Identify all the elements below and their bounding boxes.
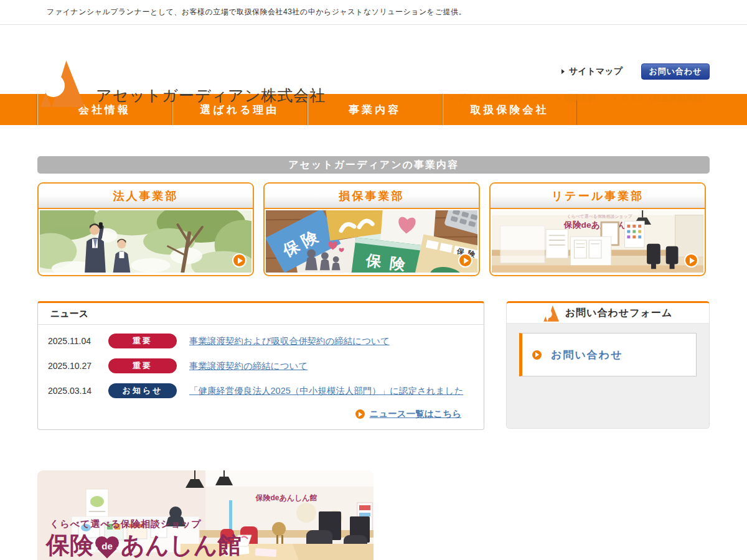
content-row: ニュース 2025.11.04 重要 事業譲渡契約および吸収合併契約の締結につい… (37, 301, 710, 430)
news-date: 2025.03.14 (48, 386, 108, 396)
arrow-circle-icon (355, 409, 365, 419)
retail-dept-photo: くらべて選べる保険相談ショップ 保険deあんしん館 (492, 210, 703, 273)
news-link[interactable]: 「健康経営優良法人2025（中小規模法人部門）」に認定されました (189, 385, 463, 397)
card-retail-dept[interactable]: リテール事業部 くらべて選べる保険相談ショップ 保険deあんしん館 (489, 182, 706, 276)
news-item: 2025.03.14 お知らせ 「健康経営優良法人2025（中小規模法人部門）」… (38, 378, 484, 403)
business-cards: 法人事業部 (37, 182, 710, 276)
tagline-text: ファイナンシャルプランナーとして、お客様の立場で取扱保険会社43社の中からジャス… (47, 7, 466, 17)
news-more-link[interactable]: ニュース一覧はこちら (370, 408, 461, 420)
company-logo-icon (543, 305, 559, 322)
nav-item-business[interactable]: 事業内容 (307, 94, 442, 125)
news-title: ニュース (38, 303, 484, 325)
shop-banner-link[interactable]: 保険deあんしん館 (37, 470, 374, 560)
page: ファイナンシャルプランナーとして、お客様の立場で取扱保険会社43社の中からジャス… (0, 0, 747, 560)
arrow-circle-icon[interactable] (684, 253, 698, 268)
news-badge-notice: お知らせ (108, 383, 177, 398)
corporate-dept-photo (40, 210, 251, 273)
company-logo-link[interactable]: アセットガーディアン株式会社 (40, 59, 326, 108)
card-nonlife-dept[interactable]: 損保事業部 保険 (263, 182, 480, 276)
arrow-right-icon (557, 96, 560, 101)
section-title-banner: アセットガーディアンの事業内容 (37, 156, 710, 174)
news-list: 2025.11.04 重要 事業譲渡契約および吸収合併契約の締結について 202… (38, 325, 484, 403)
shop-logo-anshin: あんしん館 (121, 530, 242, 560)
arrow-right-icon (451, 96, 454, 101)
arrow-right-icon (614, 96, 617, 101)
arrow-right-icon (561, 69, 565, 74)
company-name: アセットガーディアン株式会社 (96, 85, 326, 108)
news-item: 2025.10.27 重要 事業譲渡契約の締結について (38, 353, 484, 378)
arrow-circle-icon[interactable] (458, 253, 472, 268)
shop-logo-hoken: 保険 (46, 530, 93, 560)
card-title: 損保事業部 (265, 184, 479, 209)
csr-link[interactable]: ＣＳＲ（社会貢献活動） (614, 93, 710, 104)
arrow-circle-icon (532, 350, 542, 360)
heart-icon: de (95, 536, 119, 558)
shop-banner-tagline: くらべて選べる保険相談ショップ (50, 518, 202, 530)
sitemap-link[interactable]: サイトマップ (561, 66, 622, 77)
card-corporate-dept[interactable]: 法人事業部 (37, 182, 254, 276)
svg-text:保険deあんしん館: 保険deあんしん館 (255, 493, 317, 502)
top-tagline-bar: ファイナンシャルプランナーとして、お客様の立場で取扱保険会社43社の中からジャス… (0, 0, 747, 25)
news-date: 2025.11.04 (48, 336, 108, 346)
solicitation-policy-link[interactable]: 勧誘方針 (557, 93, 596, 104)
news-link[interactable]: 事業譲渡契約の締結について (189, 360, 308, 372)
header-utility: サイトマップ お問い合わせ プライバシーポリシー 勧誘方針 ＣＳＲ（社会貢献活動… (451, 63, 710, 104)
news-date: 2025.10.27 (48, 361, 108, 371)
news-item: 2025.11.04 重要 事業譲渡契約および吸収合併契約の締結について (38, 329, 484, 353)
news-section: ニュース 2025.11.04 重要 事業譲渡契約および吸収合併契約の締結につい… (37, 301, 484, 430)
contact-panel-title: お問い合わせフォーム (565, 307, 673, 320)
shop-banner-logo: 保険 de あんしん館 (46, 530, 242, 560)
company-logo-icon (40, 59, 85, 108)
site-header: アセットガーディアン株式会社 サイトマップ お問い合わせ プライバシーポリシー … (0, 25, 747, 94)
header-contact-button[interactable]: お問い合わせ (641, 63, 710, 80)
contact-panel-header: お問い合わせフォーム (507, 303, 709, 324)
arrow-circle-icon[interactable] (232, 253, 247, 268)
news-link[interactable]: 事業譲渡契約および吸収合併契約の締結について (189, 335, 390, 347)
privacy-policy-link[interactable]: プライバシーポリシー (451, 93, 540, 104)
card-title: リテール事業部 (491, 184, 705, 209)
contact-link[interactable]: お問い合わせ (519, 333, 697, 376)
news-badge-important: 重要 (108, 358, 177, 373)
news-badge-important: 重要 (108, 334, 177, 348)
card-title: 法人事業部 (39, 184, 253, 209)
svg-text:くらべて選べる保険相談ショップ: くらべて選べる保険相談ショップ (566, 214, 632, 220)
nonlife-dept-photo: 保険 (266, 210, 477, 273)
contact-form-panel: お問い合わせフォーム お問い合わせ (506, 301, 710, 429)
